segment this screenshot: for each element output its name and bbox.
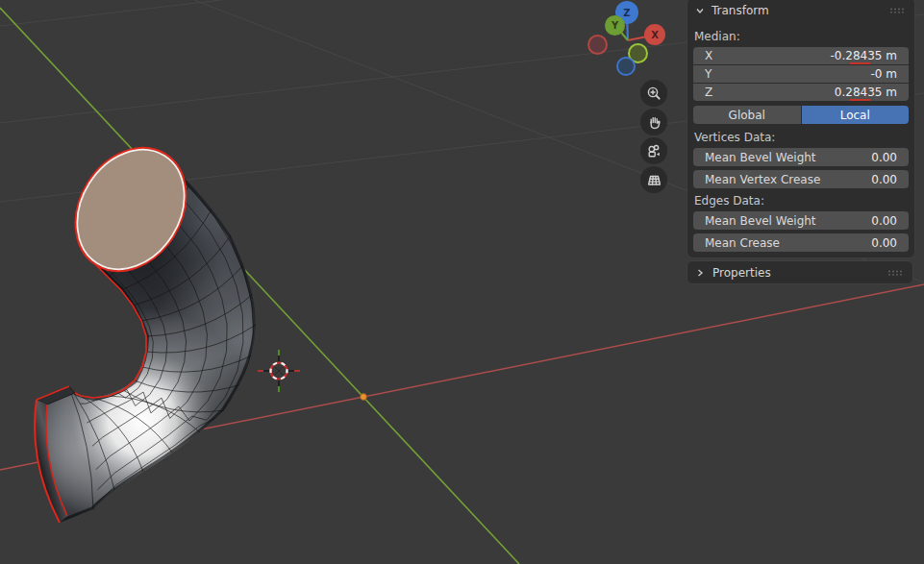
field-value: 0.00 (871, 173, 909, 186)
mean-vertex-crease-field[interactable]: Mean Vertex Crease 0.00 (693, 170, 909, 188)
grid-plane-icon (646, 172, 662, 188)
camera-view-button[interactable] (640, 137, 667, 164)
properties-panel-header[interactable]: Properties (687, 260, 913, 284)
3d-cursor (258, 350, 300, 392)
median-x-label: X (693, 49, 712, 62)
chevron-down-icon (695, 6, 705, 15)
gizmo-x-label: X (651, 30, 659, 40)
mean-bevel-weight-edge-field[interactable]: Mean Bevel Weight 0.00 (693, 211, 909, 230)
median-label: Median: (694, 30, 740, 43)
median-y-label: Y (693, 67, 712, 81)
median-z-field[interactable]: Z 0.28435 m (693, 84, 909, 101)
field-label: Mean Crease (693, 236, 780, 250)
orientation-toggle: Global Local (693, 106, 909, 124)
transform-panel: Transform Median: X -0.28435 m Y -0 m Z (687, 0, 915, 258)
field-label: Mean Vertex Crease (693, 173, 820, 186)
field-label: Mean Bevel Weight (693, 214, 816, 228)
field-value: 0.00 (871, 151, 909, 164)
global-button[interactable]: Global (693, 106, 801, 124)
gizmo-y-label: Y (612, 20, 618, 31)
magnifier-plus-icon (646, 86, 662, 101)
pan-button[interactable] (640, 109, 667, 135)
median-z-label: Z (693, 86, 712, 99)
field-value: 0.00 (871, 236, 909, 250)
local-button[interactable]: Local (802, 106, 910, 124)
mean-crease-field[interactable]: Mean Crease 0.00 (693, 233, 909, 252)
gizmo-z-label: Z (623, 8, 630, 18)
edges-data-label: Edges Data: (694, 194, 764, 208)
zoom-button[interactable] (640, 80, 667, 107)
panel-grip-handle[interactable] (889, 7, 907, 14)
transform-panel-title: Transform (712, 4, 769, 17)
median-x-value: -0.28435 m (831, 49, 909, 62)
median-x-field[interactable]: X -0.28435 m (693, 47, 909, 64)
vertices-data-label: Vertices Data: (694, 131, 775, 144)
view-orientation-gizmo[interactable]: Z Y X (577, 0, 683, 81)
hand-icon (646, 114, 662, 130)
toggle-ortho-button[interactable] (640, 166, 667, 193)
object-origin-point (361, 394, 367, 401)
gizmo-axis-z-negative[interactable] (616, 57, 636, 76)
median-xyz-fields: X -0.28435 m Y -0 m Z 0.28435 m (693, 47, 909, 101)
camera-icon (646, 143, 662, 159)
transform-panel-header[interactable]: Transform (687, 3, 914, 18)
chevron-right-icon (695, 268, 705, 278)
field-label: Mean Bevel Weight (693, 151, 816, 164)
mean-bevel-weight-vertex-field[interactable]: Mean Bevel Weight 0.00 (693, 148, 909, 166)
median-y-value: -0 m (871, 67, 909, 81)
gizmo-axis-y-positive[interactable]: Y (605, 15, 625, 36)
gizmo-axis-x-positive[interactable]: X (644, 24, 665, 45)
panel-grip-handle[interactable] (887, 269, 905, 277)
median-z-value: 0.28435 m (835, 86, 909, 99)
field-value: 0.00 (871, 214, 909, 228)
median-y-field[interactable]: Y -0 m (693, 65, 909, 83)
value-change-indicator (850, 99, 870, 101)
viewport-nav-tools (640, 80, 667, 195)
blender-3d-viewport: Z Y X (0, 0, 924, 564)
properties-panel-title: Properties (712, 266, 771, 280)
gizmo-axis-x-negative[interactable] (587, 35, 608, 55)
value-change-indicator (850, 62, 870, 64)
pipe-mesh[interactable] (0, 125, 308, 564)
